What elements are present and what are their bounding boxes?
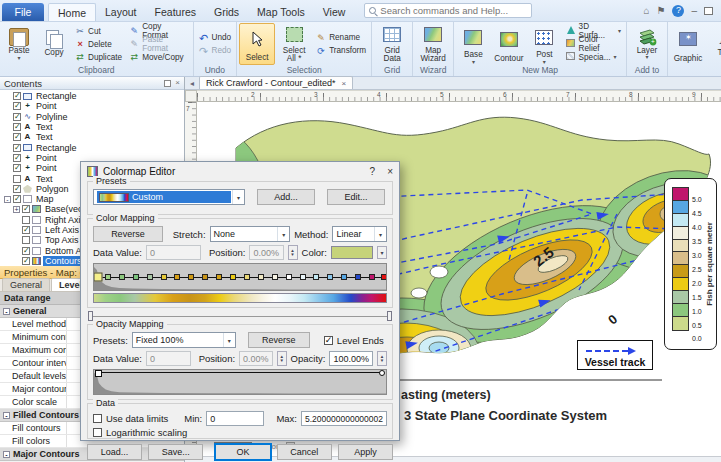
tab-map-tools[interactable]: Map Tools xyxy=(248,3,314,21)
special-map-button[interactable]: Specia...▾ xyxy=(563,51,624,63)
colormap-node[interactable] xyxy=(94,273,103,282)
colormap-node[interactable] xyxy=(147,274,153,280)
delete-button[interactable]: ×Delete xyxy=(72,38,125,50)
layer-button[interactable]: + Layer ▾ xyxy=(629,23,665,65)
visibility-checkbox[interactable] xyxy=(13,123,21,131)
cut-button[interactable]: ✂Cut xyxy=(72,25,125,37)
min-field[interactable]: 0 xyxy=(206,411,264,426)
search-input[interactable] xyxy=(380,5,527,16)
max-field[interactable]: 5.200000000000002 xyxy=(301,411,387,426)
opacity-value-field[interactable]: 100.00% xyxy=(329,351,373,366)
expander-icon[interactable]: - xyxy=(3,308,10,315)
flag-icon[interactable]: ⚑ xyxy=(656,6,665,16)
colormap-node[interactable] xyxy=(216,274,222,280)
tab-view[interactable]: View xyxy=(314,3,355,21)
colormap-node[interactable] xyxy=(355,274,361,280)
visibility-checkbox[interactable] xyxy=(22,236,30,244)
tree-item-rectangle[interactable]: Rectangle xyxy=(0,142,184,152)
colormap-node[interactable] xyxy=(202,274,208,280)
visibility-checkbox[interactable] xyxy=(13,175,21,183)
duplicate-button[interactable]: ⇄Duplicate xyxy=(72,51,125,63)
visibility-checkbox[interactable] xyxy=(22,205,30,213)
visibility-checkbox[interactable] xyxy=(13,154,21,162)
opacity-node-editor[interactable] xyxy=(93,369,387,395)
dialog-close-icon[interactable]: × xyxy=(387,166,393,177)
undo-button[interactable]: ↶Undo xyxy=(196,32,235,44)
opacity-data-value-field[interactable]: 0 xyxy=(146,351,191,366)
colormap-node[interactable] xyxy=(105,274,111,280)
map-wizard-button[interactable]: Map Wizard xyxy=(415,23,451,65)
home-icon[interactable]: ⌂ xyxy=(643,6,649,16)
position-field[interactable]: 0.00% xyxy=(249,245,283,260)
method-combo[interactable]: Linear ▾ xyxy=(332,226,387,242)
opacity-position-field[interactable]: 0.00% xyxy=(239,351,273,366)
tree-item-polyline[interactable]: ∿Polyline xyxy=(0,112,184,122)
edit-preset-button[interactable]: Edit... xyxy=(327,189,385,205)
reverse-opacity-button[interactable]: Reverse xyxy=(248,332,310,348)
node-color-swatch[interactable] xyxy=(331,246,373,259)
expander-icon[interactable]: + xyxy=(13,206,20,213)
colormap-node[interactable] xyxy=(258,274,264,280)
move-copy-button[interactable]: ⇄Move/Copy xyxy=(126,51,190,63)
vessel-track-legend[interactable]: Vessel track xyxy=(577,340,653,370)
colormap-node[interactable] xyxy=(286,274,292,280)
cancel-button[interactable]: Cancel xyxy=(277,444,332,460)
colormap-node[interactable] xyxy=(230,274,236,280)
colormap-node[interactable] xyxy=(381,274,387,280)
colormap-node[interactable] xyxy=(244,274,250,280)
minimize-icon[interactable]: – xyxy=(691,6,697,16)
logarithmic-scaling-checkbox[interactable] xyxy=(93,428,102,437)
load-button[interactable]: Load... xyxy=(87,444,142,460)
tab-scroll-left-icon[interactable]: ◂ xyxy=(185,79,199,89)
spinner-icon[interactable]: ▲▼ xyxy=(277,351,287,366)
command-search[interactable] xyxy=(364,3,532,18)
data-value-field[interactable]: 0 xyxy=(146,245,201,260)
colormap-node[interactable] xyxy=(272,274,278,280)
opacity-presets-combo[interactable]: Fixed 100% ▾ xyxy=(132,332,236,348)
level-ends-checkbox[interactable] xyxy=(324,336,333,345)
colormap-node[interactable] xyxy=(161,274,167,280)
visibility-checkbox[interactable] xyxy=(13,195,21,203)
color-scale-legend[interactable]: 5.04.54.03.53.02.52.01.51.00.50.0 Fish p… xyxy=(664,178,717,350)
use-data-limits-checkbox[interactable] xyxy=(93,414,102,423)
copy-button[interactable]: Copy xyxy=(37,23,71,65)
insert-graphic-button[interactable]: Graphic xyxy=(670,23,706,65)
colormap-node[interactable] xyxy=(327,274,333,280)
visibility-checkbox[interactable] xyxy=(22,226,30,234)
close-icon[interactable]: × xyxy=(175,79,180,87)
save-button[interactable]: Save... xyxy=(148,444,203,460)
colormap-node[interactable] xyxy=(188,274,194,280)
transform-button[interactable]: ⟳Transform xyxy=(313,45,369,57)
document-tab[interactable]: Rick Crawford - Contour_edited* × xyxy=(199,76,353,89)
tab-close-icon[interactable]: × xyxy=(342,79,347,88)
insert-text-button[interactable]: A Text xyxy=(707,23,721,65)
tree-item-text[interactable]: AText xyxy=(0,132,184,142)
tab-home[interactable]: Home xyxy=(48,3,96,21)
select-all-button[interactable]: Select All * xyxy=(276,23,312,65)
colormap-node[interactable] xyxy=(369,274,375,280)
base-map-button[interactable]: Base ▾ xyxy=(456,23,490,65)
colormap-node[interactable] xyxy=(341,274,347,280)
select-button[interactable]: Select xyxy=(239,23,275,65)
contour-map-button[interactable]: Contour xyxy=(492,23,526,65)
colormap-node[interactable] xyxy=(300,274,306,280)
visibility-checkbox[interactable] xyxy=(22,216,30,224)
colormap-node[interactable] xyxy=(313,274,319,280)
grid-data-button[interactable]: Grid Data xyxy=(374,23,410,65)
slider-handle-right[interactable] xyxy=(387,311,392,321)
visibility-checkbox[interactable] xyxy=(13,185,21,193)
visibility-checkbox[interactable] xyxy=(13,102,21,110)
visibility-checkbox[interactable] xyxy=(13,133,21,141)
opacity-handle-left[interactable] xyxy=(95,370,102,377)
tree-item-text[interactable]: AText xyxy=(0,122,184,132)
expander-icon[interactable]: - xyxy=(3,412,10,419)
colormap-node-editor[interactable] xyxy=(93,263,387,291)
prop-tab-general[interactable]: General xyxy=(2,278,50,291)
tree-item-point[interactable]: +Point xyxy=(0,101,184,111)
tab-features[interactable]: Features xyxy=(146,3,205,21)
ruler-horizontal[interactable]: 23456789 xyxy=(197,90,721,102)
redo-button[interactable]: ↷Redo xyxy=(196,45,235,57)
add-preset-button[interactable]: Add... xyxy=(257,189,315,205)
ok-button[interactable]: OK xyxy=(215,444,270,460)
visibility-checkbox[interactable] xyxy=(13,144,21,152)
